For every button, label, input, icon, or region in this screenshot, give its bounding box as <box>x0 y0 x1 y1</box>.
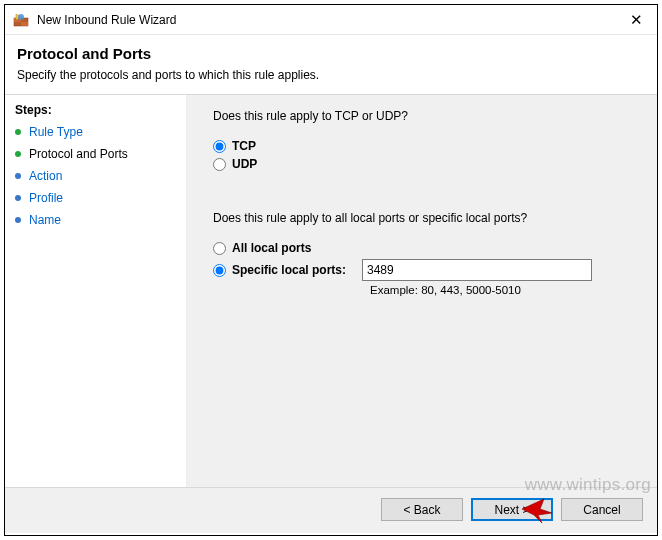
svg-point-3 <box>18 14 24 20</box>
radio-tcp-row: TCP <box>213 139 637 153</box>
radio-all-ports-label: All local ports <box>232 241 311 255</box>
radio-specific-ports-row: Specific local ports: <box>213 259 637 281</box>
sidebar-item-rule-type[interactable]: Rule Type <box>15 121 178 143</box>
step-label: Rule Type <box>29 125 83 139</box>
question-ports: Does this rule apply to all local ports … <box>213 211 637 225</box>
sidebar-item-profile[interactable]: Profile <box>15 187 178 209</box>
window-title: New Inbound Rule Wizard <box>37 13 624 27</box>
sidebar-item-action[interactable]: Action <box>15 165 178 187</box>
radio-udp-row: UDP <box>213 157 637 171</box>
page-title: Protocol and Ports <box>17 45 645 62</box>
step-label: Profile <box>29 191 63 205</box>
sidebar-item-protocol-ports[interactable]: Protocol and Ports <box>15 143 178 165</box>
sidebar-item-name[interactable]: Name <box>15 209 178 231</box>
footer: < Back Next > Cancel <box>5 487 657 533</box>
firewall-icon <box>13 12 29 28</box>
port-example-text: Example: 80, 443, 5000-5010 <box>370 284 637 296</box>
radio-tcp-label: TCP <box>232 139 256 153</box>
cancel-button[interactable]: Cancel <box>561 498 643 521</box>
bullet-icon <box>15 195 21 201</box>
header: Protocol and Ports Specify the protocols… <box>5 35 657 90</box>
main-panel: Does this rule apply to TCP or UDP? TCP … <box>187 95 657 487</box>
steps-heading: Steps: <box>15 103 178 117</box>
radio-specific-ports[interactable] <box>213 264 226 277</box>
radio-udp-label: UDP <box>232 157 257 171</box>
bullet-icon <box>15 217 21 223</box>
bullet-icon <box>15 173 21 179</box>
port-input[interactable] <box>362 259 592 281</box>
question-protocol: Does this rule apply to TCP or UDP? <box>213 109 637 123</box>
svg-rect-2 <box>21 22 28 26</box>
step-label: Name <box>29 213 61 227</box>
radio-udp[interactable] <box>213 158 226 171</box>
steps-sidebar: Steps: Rule Type Protocol and Ports Acti… <box>5 95 187 487</box>
radio-all-ports[interactable] <box>213 242 226 255</box>
next-button[interactable]: Next > <box>471 498 553 521</box>
step-label: Action <box>29 169 62 183</box>
radio-specific-ports-label: Specific local ports: <box>232 263 362 277</box>
titlebar: New Inbound Rule Wizard ✕ <box>5 5 657 35</box>
bullet-icon <box>15 129 21 135</box>
page-subtitle: Specify the protocols and ports to which… <box>17 68 645 82</box>
back-button[interactable]: < Back <box>381 498 463 521</box>
step-label: Protocol and Ports <box>29 147 128 161</box>
close-button[interactable]: ✕ <box>624 12 649 27</box>
bullet-icon <box>15 151 21 157</box>
radio-tcp[interactable] <box>213 140 226 153</box>
radio-all-ports-row: All local ports <box>213 241 637 255</box>
